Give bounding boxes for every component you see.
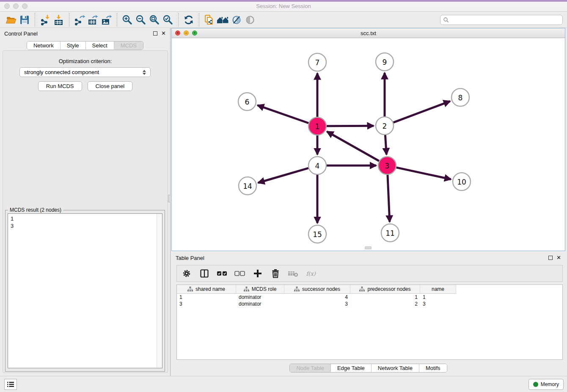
control-panel: Control Panel ✕ Network Style Select MCD… [0, 28, 171, 376]
column-header-predecessor-nodes[interactable]: predecessor nodes [350, 285, 420, 294]
export-table-icon[interactable] [86, 13, 100, 27]
float-panel-icon[interactable] [548, 256, 553, 260]
close-panel-icon[interactable]: ✕ [161, 31, 166, 36]
edge-3-11[interactable] [388, 175, 390, 222]
mac-titlebar: Session: New Session [0, 0, 567, 12]
column-header-successor-nodes[interactable]: successor nodes [284, 285, 350, 294]
application-window: Session: New Session [0, 0, 567, 392]
toolbar-separator [35, 13, 35, 27]
optimization-criterion-label: Optimization criterion: [3, 58, 168, 64]
column-header-name[interactable]: name [420, 285, 456, 294]
zoom-out-icon[interactable] [134, 13, 148, 27]
tab-network-table[interactable]: Network Table [371, 364, 419, 372]
close-panel-button[interactable]: Close panel [88, 81, 133, 91]
edge-4-14[interactable] [258, 168, 308, 183]
tab-network[interactable]: Network [27, 41, 60, 50]
edge-2-3[interactable] [385, 135, 386, 155]
documents-share-icon[interactable] [203, 13, 216, 27]
zoom-selected-icon[interactable] [161, 13, 175, 27]
memory-button[interactable]: Memory [528, 379, 564, 390]
network-frame-titlebar[interactable]: ✕ − + scc.txt [172, 28, 565, 38]
tab-mcds[interactable]: MCDS [114, 41, 143, 50]
table-cell[interactable]: 1 [177, 294, 236, 301]
tab-edge-table[interactable]: Edge Table [330, 364, 371, 372]
table-body: 1dominator4113dominator323 [177, 294, 562, 307]
edge-1-6[interactable] [258, 105, 309, 123]
table-cell[interactable]: 1 [350, 294, 420, 301]
columns-icon[interactable] [199, 268, 210, 279]
zoom-in-icon[interactable] [121, 13, 134, 27]
column-header-shared-name[interactable]: shared name [177, 285, 236, 294]
result-scrollbar[interactable] [157, 214, 162, 368]
toolbar-separator [117, 13, 117, 27]
toolbar-separator [199, 13, 199, 27]
node-label-8: 8 [458, 94, 463, 102]
canvas-hscroll-thumb[interactable] [365, 246, 372, 249]
node-label-7: 7 [315, 58, 320, 67]
float-panel-icon[interactable] [153, 31, 157, 36]
plus-icon[interactable] [252, 268, 263, 279]
table-panel: Table Panel ✕ [171, 252, 565, 376]
close-panel-icon[interactable]: ✕ [556, 256, 561, 260]
edge-3-1[interactable] [327, 132, 379, 161]
table-panel-tabbar: Node Table Edge Table Network Table Moti… [289, 364, 447, 373]
trash-icon[interactable] [270, 268, 281, 279]
hierarchy-icon [294, 287, 300, 292]
node-label-3: 3 [385, 162, 390, 170]
tab-motifs[interactable]: Motifs [419, 364, 447, 372]
search-field[interactable] [440, 15, 563, 25]
import-network-icon[interactable] [39, 13, 52, 27]
memory-label: Memory [541, 381, 559, 387]
table-row[interactable]: 1dominator411 [177, 294, 562, 301]
table-cell[interactable]: 2 [350, 301, 420, 307]
eye-slash-icon[interactable] [230, 13, 243, 27]
refresh-icon[interactable] [182, 13, 195, 27]
tab-select[interactable]: Select [85, 41, 114, 50]
edge-2-8[interactable] [394, 101, 450, 122]
node-table[interactable]: shared name MCDS role successor nodes pr… [176, 284, 563, 360]
vertical-splitter-handle[interactable] [168, 195, 171, 202]
search-input[interactable] [449, 17, 560, 23]
node-label-2: 2 [383, 122, 387, 130]
toolbar-separator [69, 13, 69, 27]
export-network-icon[interactable] [73, 13, 86, 27]
network-frame: ✕ − + scc.txt 7968124314101511 [171, 28, 565, 251]
edge-1-2[interactable] [327, 126, 374, 126]
hierarchy-icon [187, 287, 193, 292]
column-header-mcds-role[interactable]: MCDS role [236, 285, 284, 294]
save-icon[interactable] [18, 13, 31, 27]
window-title: Session: New Session [0, 3, 567, 9]
mcds-result-list[interactable]: 13 [8, 213, 162, 368]
edge-3-10[interactable] [396, 168, 451, 179]
table-cell[interactable]: 3 [177, 301, 236, 307]
node-label-15: 15 [313, 230, 322, 239]
table-cell[interactable]: dominator [236, 301, 284, 307]
toolbar-separator [178, 13, 179, 27]
tab-style[interactable]: Style [60, 41, 85, 50]
network-frame-title: scc.txt [172, 30, 565, 36]
gear-icon[interactable] [181, 268, 192, 279]
criterion-select[interactable]: strongly connected component [19, 67, 151, 77]
zoom-fit-icon[interactable] [148, 13, 161, 27]
table-cell[interactable]: 3 [420, 301, 456, 307]
network-canvas[interactable]: 7968124314101511 [172, 38, 565, 251]
import-table-icon[interactable] [52, 13, 66, 27]
table-cell[interactable]: dominator [236, 294, 284, 301]
houses-icon[interactable] [216, 13, 230, 27]
node-label-9: 9 [383, 58, 387, 66]
folder-open-icon[interactable] [4, 13, 18, 27]
mcds-result-group: MCDS result (2 nodes) 13 [5, 210, 165, 372]
eye-icon[interactable] [243, 13, 257, 27]
tab-node-table[interactable]: Node Table [290, 364, 330, 372]
table-cell[interactable]: 4 [284, 294, 350, 301]
export-image-icon[interactable] [100, 13, 113, 27]
task-list-button[interactable] [4, 379, 17, 390]
select-all-icon[interactable] [217, 268, 228, 279]
table-cell[interactable]: 3 [284, 301, 350, 307]
deselect-all-icon[interactable] [234, 268, 245, 279]
network-graph[interactable]: 7968124314101511 [172, 38, 565, 251]
table-cell[interactable]: 1 [420, 294, 456, 301]
run-mcds-button[interactable]: Run MCDS [38, 81, 82, 91]
select-stepper-icon [143, 70, 146, 75]
table-row[interactable]: 3dominator323 [177, 301, 562, 307]
